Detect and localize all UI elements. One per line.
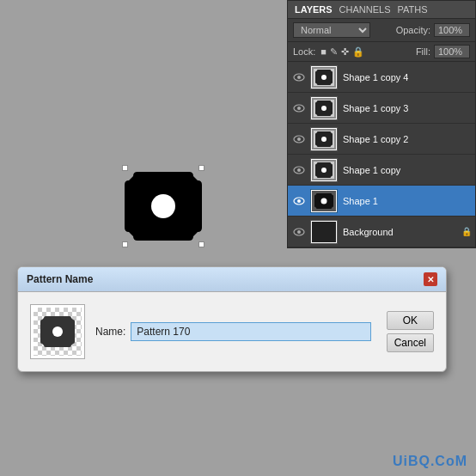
lock-transparent-icon[interactable]: ■	[320, 46, 326, 57]
opacity-row: Opacity:	[396, 23, 470, 37]
layer-eye-5[interactable]	[291, 224, 307, 240]
pattern-name-dialog: Pattern Name ✕ Name:	[17, 266, 447, 372]
dialog-name-input[interactable]	[131, 322, 370, 341]
tab-paths[interactable]: PATHS	[398, 4, 428, 15]
lock-position-icon[interactable]: ✜	[341, 46, 349, 58]
dialog-buttons: OK Cancel	[387, 311, 434, 352]
layer-name-0: Shape 1 copy 4	[343, 72, 472, 82]
canvas-area: LAYERS CHANNELS PATHS Normal Opacity: Lo…	[0, 0, 476, 476]
layer-thumb-2	[310, 127, 338, 151]
tab-layers[interactable]: LAYERS	[295, 4, 333, 15]
layers-panel: LAYERS CHANNELS PATHS Normal Opacity: Lo…	[287, 0, 476, 248]
dialog-name-label: Name:	[95, 326, 125, 338]
layers-panel-tabs: LAYERS CHANNELS PATHS	[288, 1, 475, 19]
layer-thumb-0	[310, 65, 338, 89]
layer-row-5[interactable]: Background 🔒	[288, 217, 475, 247]
layer-eye-2[interactable]	[291, 131, 307, 147]
svg-point-12	[297, 137, 301, 141]
svg-point-20	[321, 168, 326, 173]
svg-point-10	[321, 106, 326, 111]
layer-name-4: Shape 1	[343, 196, 472, 206]
watermark: UiBQ.CoM	[393, 454, 467, 469]
layer-row-0[interactable]: Shape 1 copy 4	[288, 62, 475, 93]
svg-rect-27	[312, 222, 336, 242]
layer-name-3: Shape 1 copy	[343, 165, 472, 175]
dialog-ok-button[interactable]: OK	[387, 311, 434, 330]
layer-thumb-1	[310, 96, 338, 120]
lock-image-icon[interactable]: ✎	[330, 46, 338, 58]
tab-channels[interactable]: CHANNELS	[339, 4, 391, 15]
lock-label: Lock:	[293, 46, 315, 57]
blend-row: Normal Opacity:	[288, 19, 475, 42]
dialog-close-button[interactable]: ✕	[424, 272, 437, 286]
layer-row-2[interactable]: Shape 1 copy 2	[288, 124, 475, 155]
layer-name-1: Shape 1 copy 3	[343, 103, 472, 113]
dialog-title: Pattern Name	[27, 273, 93, 285]
svg-point-0	[151, 194, 175, 218]
svg-point-15	[321, 137, 326, 142]
svg-point-5	[321, 75, 326, 80]
fill-label: Fill:	[416, 46, 430, 57]
dialog-preview-inner	[34, 308, 82, 356]
dialog-preview	[30, 304, 85, 359]
opacity-input[interactable]	[434, 23, 470, 37]
dialog-titlebar: Pattern Name ✕	[18, 267, 446, 292]
layer-eye-4[interactable]	[291, 193, 307, 209]
svg-point-28	[52, 326, 63, 337]
dialog-cancel-button[interactable]: Cancel	[387, 333, 434, 352]
svg-point-17	[297, 168, 301, 172]
layer-thumb-5	[310, 220, 338, 244]
layer-eye-1[interactable]	[291, 101, 307, 116]
dialog-body: Name: OK Cancel	[18, 292, 446, 371]
svg-point-24	[321, 198, 327, 204]
layer-eye-3[interactable]	[291, 162, 307, 178]
layer-lock-icon-5: 🔒	[461, 227, 472, 236]
layer-thumb-3	[310, 158, 338, 182]
lock-row: Lock: ■ ✎ ✜ 🔒 Fill:	[288, 42, 475, 62]
svg-point-26	[297, 230, 301, 234]
layer-thumb-4	[310, 189, 338, 213]
fill-row: Fill:	[416, 45, 470, 58]
lock-all-icon[interactable]: 🔒	[352, 46, 364, 58]
blend-mode-select[interactable]: Normal	[293, 22, 370, 38]
layer-name-5: Background	[343, 227, 458, 237]
canvas-shape	[125, 168, 202, 245]
fill-input[interactable]	[434, 45, 470, 58]
layer-row-4[interactable]: Shape 1	[288, 186, 475, 217]
svg-point-22	[297, 199, 301, 203]
dialog-name-row: Name:	[95, 322, 371, 341]
layer-row-1[interactable]: Shape 1 copy 3	[288, 93, 475, 124]
layer-name-2: Shape 1 copy 2	[343, 134, 472, 144]
opacity-label: Opacity:	[396, 25, 430, 35]
layer-row-3[interactable]: Shape 1 copy	[288, 155, 475, 186]
svg-point-2	[297, 76, 301, 79]
lock-icons: ■ ✎ ✜ 🔒	[320, 46, 364, 58]
dialog-form: Name:	[95, 322, 371, 341]
svg-point-7	[297, 107, 301, 110]
layer-eye-0[interactable]	[291, 70, 307, 85]
